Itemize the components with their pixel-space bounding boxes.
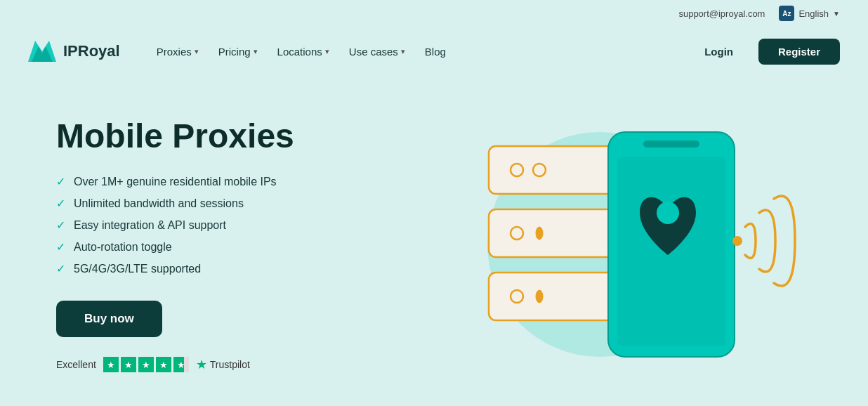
star-1: ★ <box>103 357 119 372</box>
logo-text: IPRoyal <box>63 42 120 60</box>
svg-point-10 <box>536 290 543 303</box>
check-icon-4: ✓ <box>56 240 65 254</box>
feature-text-3: Easy integration & API support <box>74 219 226 232</box>
hero-left: Mobile Proxies ✓ Over 1M+ genuine reside… <box>56 117 407 372</box>
feature-text-1: Over 1M+ genuine residential mobile IPs <box>74 176 277 188</box>
logo[interactable]: IPRoyal <box>28 41 120 62</box>
support-email: support@iproyal.com <box>678 8 765 19</box>
proxies-chevron-icon: ▾ <box>195 47 199 56</box>
nav-menu: Proxies ▾ Pricing ▾ Locations ▾ Use case… <box>148 40 454 63</box>
feature-text-4: Auto-rotation toggle <box>74 241 172 254</box>
features-list: ✓ Over 1M+ genuine residential mobile IP… <box>56 175 407 275</box>
trustpilot-star-icon: ★ <box>196 357 207 372</box>
feature-item: ✓ Easy integration & API support <box>56 218 407 232</box>
trustpilot-brand: Trustpilot <box>210 359 250 370</box>
buy-now-button[interactable]: Buy now <box>56 301 162 337</box>
navbar: IPRoyal Proxies ▾ Pricing ▾ Locations ▾ … <box>0 27 868 76</box>
language-chevron-icon: ▼ <box>833 10 840 18</box>
pricing-chevron-icon: ▾ <box>254 47 258 56</box>
svg-rect-12 <box>643 140 699 148</box>
svg-point-14 <box>657 202 679 224</box>
locations-chevron-icon: ▾ <box>325 47 329 56</box>
star-2: ★ <box>121 357 136 372</box>
nav-item-use-cases[interactable]: Use cases ▾ <box>341 40 414 63</box>
feature-item: ✓ Over 1M+ genuine residential mobile IP… <box>56 175 407 188</box>
hero-illustration <box>433 104 812 385</box>
trustpilot-stars: ★ ★ ★ ★ ★ <box>103 357 189 372</box>
check-icon-5: ✓ <box>56 262 65 275</box>
nav-blog-label: Blog <box>425 46 446 58</box>
check-icon-2: ✓ <box>56 197 65 210</box>
language-label: English <box>798 8 829 19</box>
nav-usecases-label: Use cases <box>349 46 398 58</box>
svg-point-15 <box>732 236 742 246</box>
login-button[interactable]: Login <box>688 39 750 65</box>
star-5: ★ <box>173 357 189 372</box>
svg-point-7 <box>536 227 543 240</box>
nav-item-proxies[interactable]: Proxies ▾ <box>148 40 207 63</box>
trustpilot-label: Excellent <box>56 359 96 370</box>
usecases-chevron-icon: ▾ <box>401 47 405 56</box>
feature-item: ✓ Auto-rotation toggle <box>56 240 407 254</box>
mobile-proxy-illustration <box>433 104 812 385</box>
trustpilot-section: Excellent ★ ★ ★ ★ ★ ★ Trustpilot <box>56 357 407 372</box>
trustpilot-logo: ★ Trustpilot <box>196 357 250 372</box>
star-4: ★ <box>156 357 171 372</box>
top-bar: support@iproyal.com Az English ▼ <box>0 0 868 27</box>
nav-item-blog[interactable]: Blog <box>416 40 454 63</box>
check-icon-1: ✓ <box>56 175 65 188</box>
hero-title: Mobile Proxies <box>56 117 407 155</box>
nav-item-pricing[interactable]: Pricing ▾ <box>210 40 266 63</box>
register-button[interactable]: Register <box>758 39 840 65</box>
nav-proxies-label: Proxies <box>157 46 192 58</box>
language-icon: Az <box>779 6 794 21</box>
nav-item-locations[interactable]: Locations ▾ <box>269 40 338 63</box>
feature-text-2: Unlimited bandwidth and sessions <box>74 197 244 210</box>
feature-item: ✓ Unlimited bandwidth and sessions <box>56 197 407 210</box>
feature-item: ✓ 5G/4G/3G/LTE supported <box>56 262 407 275</box>
feature-text-5: 5G/4G/3G/LTE supported <box>74 263 201 275</box>
nav-right: Login Register <box>688 39 840 65</box>
nav-pricing-label: Pricing <box>218 46 251 58</box>
hero-section: Mobile Proxies ✓ Over 1M+ genuine reside… <box>0 76 868 406</box>
nav-left: IPRoyal Proxies ▾ Pricing ▾ Locations ▾ … <box>28 40 454 63</box>
star-3: ★ <box>138 357 154 372</box>
logo-icon <box>28 41 56 62</box>
nav-locations-label: Locations <box>277 46 322 58</box>
language-selector[interactable]: Az English ▼ <box>779 6 840 21</box>
check-icon-3: ✓ <box>56 218 65 232</box>
